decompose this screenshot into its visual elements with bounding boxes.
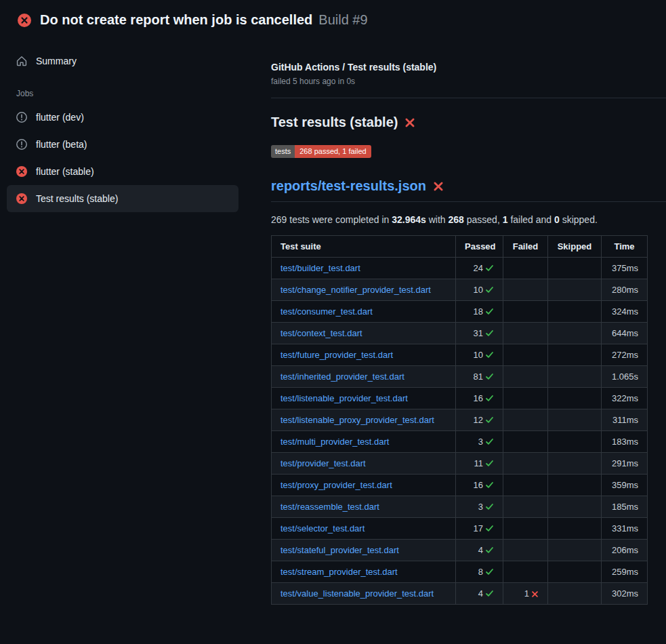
skipped-cell: [548, 518, 602, 540]
table-row: test/stream_provider_test.dart 8 259ms: [272, 561, 648, 583]
failed-cell: 1: [503, 583, 548, 605]
suite-link[interactable]: test/builder_test.dart: [280, 263, 360, 273]
suite-link[interactable]: test/future_provider_test.dart: [280, 350, 393, 360]
table-row: test/reassemble_test.dart 3 185ms: [272, 496, 648, 518]
suite-link[interactable]: test/change_notifier_provider_test.dart: [280, 285, 431, 295]
time-cell: 1.065s: [602, 366, 648, 388]
x-circle-icon: [16, 193, 27, 204]
check-icon: [485, 480, 494, 490]
x-circle-icon: [16, 166, 27, 177]
column-header: Failed: [503, 236, 548, 258]
failed-cell: [503, 518, 548, 540]
skipped-cell: [548, 301, 602, 323]
check-icon: [485, 415, 494, 425]
table-row: test/listenable_proxy_provider_test.dart…: [272, 409, 648, 431]
stopped-icon: [16, 139, 27, 150]
skipped-cell: [548, 475, 602, 496]
failed-cell: [503, 409, 548, 431]
job-label: Test results (stable): [36, 193, 118, 204]
time-cell: 280ms: [602, 279, 648, 301]
breadcrumb: GitHub Actions / Test results (stable): [271, 62, 666, 73]
table-body: test/builder_test.dart 24 375ms test/cha…: [272, 258, 648, 605]
failed-cell: [503, 431, 548, 453]
suite-link[interactable]: test/selector_test.dart: [280, 523, 365, 534]
section-title-text: Test results (stable): [271, 115, 398, 130]
table-row: test/inherited_provider_test.dart 81 1.0…: [272, 366, 648, 388]
report-title: reports/test-results.json: [271, 178, 666, 202]
suite-link[interactable]: test/proxy_provider_test.dart: [280, 480, 392, 490]
time-cell: 375ms: [602, 258, 648, 279]
suite-link[interactable]: test/multi_provider_test.dart: [280, 437, 389, 447]
home-icon: [16, 56, 27, 66]
failed-cell: [503, 453, 548, 475]
time-cell: 259ms: [602, 561, 648, 583]
column-header: Passed: [456, 236, 503, 258]
sidebar-job-item[interactable]: flutter (dev): [7, 104, 238, 131]
sidebar-job-item[interactable]: flutter (beta): [7, 131, 238, 158]
passed-cell: 4: [456, 583, 503, 605]
failed-cell: [503, 475, 548, 496]
failed-cell: [503, 496, 548, 518]
passed-cell: 3: [456, 496, 503, 518]
passed-cell: 24: [456, 258, 503, 279]
job-label: flutter (stable): [36, 166, 94, 177]
suite-link[interactable]: test/stateful_provider_test.dart: [280, 545, 399, 555]
table-row: test/change_notifier_provider_test.dart …: [272, 279, 648, 301]
table-row: test/provider_test.dart 11 291ms: [272, 453, 648, 475]
skipped-cell: [548, 561, 602, 583]
run-header: Do not create report when job is cancell…: [0, 0, 666, 37]
skipped-cell: [548, 258, 602, 279]
stopped-icon: [16, 112, 27, 123]
summary-line: 269 tests were completed in 32.964s with…: [271, 214, 666, 225]
job-label: flutter (beta): [36, 139, 87, 150]
failed-cell: [503, 344, 548, 366]
passed-cell: 4: [456, 540, 503, 561]
test-results-table: Test suitePassedFailedSkippedTime test/b…: [271, 235, 648, 605]
failed-cell: [503, 561, 548, 583]
suite-link[interactable]: test/provider_test.dart: [280, 458, 366, 468]
passed-cell: 16: [456, 475, 503, 496]
x-icon: [531, 588, 539, 599]
sidebar-item-summary[interactable]: Summary: [7, 48, 238, 74]
check-icon: [485, 523, 494, 534]
suite-link[interactable]: test/reassemble_test.dart: [280, 502, 379, 512]
failed-cell: [503, 388, 548, 409]
passed-cell: 10: [456, 279, 503, 301]
suite-link[interactable]: test/value_listenable_provider_test.dart: [280, 588, 434, 599]
check-icon: [485, 350, 494, 360]
suite-link[interactable]: test/listenable_provider_test.dart: [280, 393, 408, 403]
job-label: flutter (dev): [36, 112, 84, 123]
failed-cell: [503, 366, 548, 388]
failed-x-icon: [404, 117, 415, 128]
time-cell: 272ms: [602, 344, 648, 366]
check-section-title: Test results (stable): [271, 115, 666, 130]
suite-link[interactable]: test/inherited_provider_test.dart: [280, 371, 404, 382]
sidebar-job-item[interactable]: flutter (stable): [7, 158, 238, 185]
suite-link[interactable]: test/consumer_test.dart: [280, 306, 373, 317]
main-content: GitHub Actions / Test results (stable) f…: [255, 37, 666, 605]
divider: [271, 98, 666, 98]
skipped-cell: [548, 583, 602, 605]
failed-cell: [503, 540, 548, 561]
suite-link[interactable]: test/context_test.dart: [280, 328, 362, 338]
check-icon: [485, 371, 494, 382]
jobs-heading: Jobs: [16, 89, 238, 98]
badge-label: tests: [271, 145, 295, 158]
suite-link[interactable]: test/stream_provider_test.dart: [280, 567, 398, 577]
tests-badge: tests 268 passed, 1 failed: [271, 145, 371, 158]
failed-x-icon: [433, 181, 444, 192]
column-header: Skipped: [548, 236, 602, 258]
sidebar-jobs: flutter (dev) flutter (beta) flutter (st…: [7, 104, 238, 212]
failed-cell: [503, 258, 548, 279]
badge-value: 268 passed, 1 failed: [295, 145, 371, 158]
sidebar-job-item[interactable]: Test results (stable): [7, 185, 238, 212]
table-row: test/proxy_provider_test.dart 16 359ms: [272, 475, 648, 496]
suite-link[interactable]: test/listenable_proxy_provider_test.dart: [280, 415, 434, 425]
passed-cell: 8: [456, 561, 503, 583]
skipped-cell: [548, 388, 602, 409]
table-row: test/consumer_test.dart 18 324ms: [272, 301, 648, 323]
report-link[interactable]: reports/test-results.json: [271, 178, 426, 194]
check-icon: [485, 502, 494, 512]
passed-cell: 17: [456, 518, 503, 540]
skipped-count: 0: [554, 214, 560, 225]
